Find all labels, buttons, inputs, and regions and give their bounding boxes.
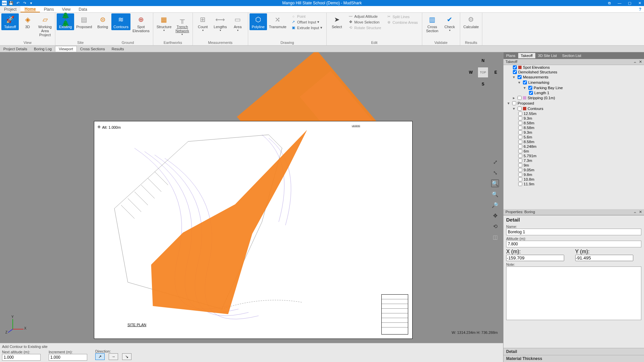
close-icon[interactable]: ✕ xyxy=(637,1,643,5)
expand-icon[interactable]: ⤢ xyxy=(491,158,499,166)
tree-contour-item[interactable]: 9.8m xyxy=(503,172,644,177)
next-altitude-input[interactable] xyxy=(2,354,41,361)
note-input[interactable] xyxy=(506,266,641,320)
tab-view[interactable]: View xyxy=(58,6,75,12)
contours-button[interactable]: ≋Contours xyxy=(111,13,130,30)
tree-contour-item[interactable]: 9.3m xyxy=(503,130,644,135)
collapse-icon[interactable]: ⤡ xyxy=(491,169,499,177)
transmute-button[interactable]: ⤨Transmute xyxy=(267,13,288,30)
check-button[interactable]: ✔Check▾ xyxy=(441,13,459,33)
collapse-icon[interactable]: ▾ xyxy=(513,75,516,79)
rp-tab-section-list[interactable]: Section List xyxy=(559,53,584,58)
zoom-window-icon[interactable]: 🔍 xyxy=(491,179,499,187)
undo-icon[interactable]: ↶ xyxy=(15,1,20,5)
x-input[interactable] xyxy=(506,255,564,261)
tab-results[interactable]: Results xyxy=(108,46,127,52)
pin-icon[interactable]: ⫠ xyxy=(633,210,637,214)
move-selection-button[interactable]: ✥Move Selection xyxy=(347,19,382,24)
proposed-button[interactable]: ▤Proposed xyxy=(74,13,94,30)
tree-contour-item[interactable]: 8.58m xyxy=(503,139,644,144)
collapse-icon[interactable]: ▾ xyxy=(524,85,527,90)
direction-up-button[interactable]: ↗ xyxy=(95,353,105,360)
takeoff-button[interactable]: 🚀Takeoff xyxy=(1,13,19,30)
tab-project-details[interactable]: Project Details xyxy=(0,46,31,52)
collapse-icon[interactable]: ▾ xyxy=(513,106,516,111)
tree-contour-item[interactable]: 7.3m xyxy=(503,158,644,163)
tab-boring-log[interactable]: Boring Log xyxy=(31,46,55,52)
lengths-button[interactable]: ⟷Lengths▾ xyxy=(212,13,229,33)
maximize-icon[interactable]: ▢ xyxy=(627,1,633,5)
structure-button[interactable]: ▦Structure▾ xyxy=(155,13,174,33)
tab-project[interactable]: Project xyxy=(0,6,20,12)
tree-contour-item[interactable]: 8.58m xyxy=(503,121,644,125)
adjust-altitude-button[interactable]: 〰Adjust Altitude xyxy=(347,14,382,19)
orbit-icon[interactable]: ⟲ xyxy=(491,222,499,230)
direction-flat-button[interactable]: → xyxy=(109,353,118,360)
help-icon[interactable]: ? xyxy=(639,7,641,12)
cross-section-button[interactable]: ▥Cross Section xyxy=(424,13,441,34)
collapse-icon[interactable]: ▾ xyxy=(507,101,511,106)
qat-dropdown-icon[interactable]: ▾ xyxy=(29,1,34,5)
tree-contour-item[interactable]: 9.3m xyxy=(503,116,644,121)
tree-contour-item[interactable]: 5.6m xyxy=(503,135,644,139)
rp-tab-site-list[interactable]: 3D Site List xyxy=(535,53,559,58)
viewport[interactable]: LEGEND SITE PLAN +Alt: 1.0 xyxy=(0,52,503,362)
rp-tab-plans[interactable]: Plans xyxy=(503,53,518,58)
extrude-input-button[interactable]: ▣Extrude Input ▾ xyxy=(290,25,324,30)
tree-contour-item[interactable]: 5.791m xyxy=(503,154,644,158)
point-button[interactable]: ○Point xyxy=(290,14,324,19)
rp-tab-takeoff[interactable]: Takeoff xyxy=(518,53,535,58)
name-input[interactable] xyxy=(506,229,641,235)
panel-close-icon[interactable]: ✕ xyxy=(639,210,642,214)
tab-home[interactable]: Home xyxy=(20,6,40,12)
spot-elevations-button[interactable]: ⊕Spot Elevations xyxy=(130,13,152,34)
tree-measurements[interactable]: ▾Measurements xyxy=(503,74,644,80)
existing-button[interactable]: 🌲🌲Existing xyxy=(57,13,74,30)
boring-button[interactable]: ⊜Boring xyxy=(94,13,111,30)
tree-spot-elevations[interactable]: Spot Elevations xyxy=(503,65,644,70)
area-button[interactable]: ▭Area▾ xyxy=(229,13,247,33)
tree-contour-item[interactable]: 10.8m xyxy=(503,177,644,182)
trench-network-button[interactable]: ╥Trench Network▾ xyxy=(173,13,191,37)
y-input[interactable] xyxy=(575,255,633,261)
select-button[interactable]: ➤Select xyxy=(328,13,345,30)
tree-contour-item[interactable]: 11.9m xyxy=(503,182,644,186)
panel-close-icon[interactable]: ✕ xyxy=(639,60,642,64)
accordion-detail[interactable]: Detail xyxy=(503,348,644,355)
tree-contour-item[interactable]: 6m xyxy=(503,149,644,154)
accordion-material-thickness[interactable]: Material Thickness xyxy=(503,355,644,362)
tree-contour-item[interactable]: 9.05m xyxy=(503,168,644,172)
minimize-icon[interactable]: — xyxy=(616,1,623,5)
tree-length1[interactable]: Length 1 xyxy=(503,90,644,95)
save-icon[interactable]: 💾 xyxy=(9,1,13,5)
zoom-in-icon[interactable]: 🔍 xyxy=(491,190,499,198)
tree-proposed[interactable]: ▾Proposed xyxy=(503,101,644,106)
polyline-button[interactable]: ⬡Polyline xyxy=(250,13,267,30)
tree-parking-bay[interactable]: ▾Parking Bay Line xyxy=(503,85,644,90)
calculate-button[interactable]: ⚙Calculate xyxy=(462,13,481,30)
takeoff-tree[interactable]: Spot Elevations Demolished Structures ▾M… xyxy=(503,65,644,209)
working-area-button[interactable]: ▱Working Area Project xyxy=(36,13,54,38)
tab-cross-sections[interactable]: Cross Sections xyxy=(77,46,108,52)
tab-data[interactable]: Data xyxy=(75,6,91,12)
compass-top[interactable]: TOP xyxy=(478,67,488,78)
tree-contour-item[interactable]: 8.58m xyxy=(503,125,644,130)
tab-viewport[interactable]: Viewport xyxy=(55,46,77,52)
restore-down-icon[interactable]: ⧉ xyxy=(606,1,612,5)
tree-stripping[interactable]: ▸Stripping (0.1m) xyxy=(503,95,644,101)
3d-button[interactable]: ◈3D xyxy=(19,13,36,30)
expand-icon[interactable]: ▸ xyxy=(513,96,516,100)
tab-plans[interactable]: Plans xyxy=(40,6,58,12)
zoom-icon[interactable]: 🔎 xyxy=(491,201,499,209)
tree-contour-item[interactable]: 6.248m xyxy=(503,144,644,149)
redo-icon[interactable]: ↷ xyxy=(22,1,27,5)
collapse-icon[interactable]: ▾ xyxy=(518,80,522,85)
pan-icon[interactable]: ✥ xyxy=(491,212,499,220)
tree-demolished[interactable]: Demolished Structures xyxy=(503,70,644,74)
offset-input-button[interactable]: ↗Offset Input ▾ xyxy=(290,19,324,24)
direction-down-button[interactable]: ↘ xyxy=(122,353,131,360)
increment-input[interactable] xyxy=(49,354,87,361)
tree-linemarking[interactable]: ▾Linemarking xyxy=(503,80,644,85)
count-button[interactable]: ⊞Count▾ xyxy=(194,13,212,33)
pin-icon[interactable]: ⫠ xyxy=(633,60,637,64)
